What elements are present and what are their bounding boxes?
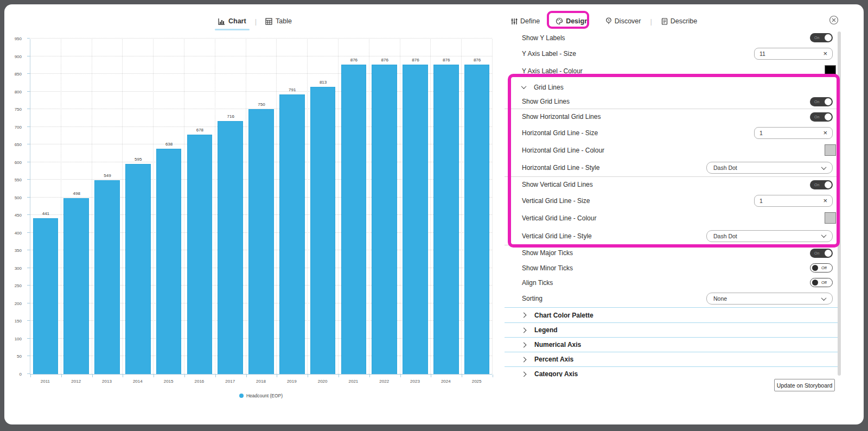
show-minor-ticks-toggle[interactable]: Off — [810, 263, 833, 272]
vertical-grid-line-style-dropdown[interactable]: Dash Dot — [706, 230, 833, 242]
setting-row-show-vertical-grid-lines: Show Vertical Grid Lines On — [505, 177, 840, 192]
sliders-icon — [511, 18, 518, 25]
y-tick-label: 750 — [15, 107, 22, 112]
toggle-knob — [825, 181, 832, 188]
x-tick-label: 2016 — [184, 379, 215, 384]
y-axis-label-colour-swatch[interactable] — [825, 65, 836, 77]
bar-2024[interactable] — [433, 65, 459, 374]
chevron-right-icon — [521, 313, 527, 318]
setting-label: Sorting — [522, 295, 542, 302]
show-grid-lines-toggle[interactable]: On — [810, 97, 833, 106]
toggle-knob — [812, 280, 818, 286]
y-axis-label-size-input[interactable]: 11 × — [754, 48, 833, 60]
y-tick-label: 300 — [15, 266, 22, 271]
tab-describe[interactable]: Describe — [659, 16, 699, 27]
setting-row-vertical-grid-line-style: Vertical Grid Line - Style Dash Dot — [505, 227, 840, 245]
x-tick-label: 2022 — [369, 379, 400, 384]
close-icon[interactable] — [829, 15, 839, 25]
y-axis-tick — [27, 373, 30, 374]
tab-discover[interactable]: Discover — [603, 16, 643, 27]
vertical-gridline — [338, 39, 339, 374]
setting-row-y-axis-label-size: Y Axis Label - Size 11 × — [505, 45, 840, 62]
vertical-grid-line-size-input[interactable]: 1 × — [754, 195, 833, 207]
chevron-down-icon — [821, 232, 827, 238]
update-on-storyboard-button[interactable]: Update on Storyboard — [774, 379, 835, 391]
vertical-gridline — [122, 39, 123, 374]
horizontal-grid-line-colour-swatch[interactable] — [825, 144, 836, 156]
section-category-axis[interactable]: Category Axis — [505, 366, 840, 377]
bar-2018[interactable] — [248, 109, 274, 374]
horizontal-grid-line-style-dropdown[interactable]: Dash Dot — [706, 162, 833, 174]
toggle-state-text: On — [814, 183, 819, 187]
section-label: Category Axis — [534, 370, 578, 377]
x-tick-label: 2024 — [430, 379, 461, 384]
show-y-labels-toggle[interactable]: On — [810, 33, 833, 42]
sorting-dropdown[interactable]: None — [706, 293, 833, 305]
section-label: Numerical Axis — [534, 341, 581, 348]
setting-label: Show Major Ticks — [522, 249, 573, 257]
show-horizontal-grid-lines-toggle[interactable]: On — [810, 112, 833, 122]
section-numerical-axis[interactable]: Numerical Axis — [505, 337, 840, 352]
bar-2017[interactable] — [218, 121, 243, 374]
input-value: 1 — [760, 130, 763, 136]
x-tick-label: 2017 — [215, 379, 246, 384]
bar-2013[interactable] — [94, 180, 120, 374]
input-value: 1 — [760, 198, 763, 204]
grid-lines-section-header[interactable]: Grid Lines — [505, 80, 840, 94]
y-axis-tick — [27, 109, 30, 109]
chevron-right-icon — [521, 327, 527, 333]
clear-icon[interactable]: × — [823, 197, 827, 204]
tab-table[interactable]: Table — [264, 15, 293, 27]
panel-scrollbar[interactable] — [838, 31, 841, 376]
bar-2016[interactable] — [187, 135, 213, 374]
chevron-right-icon — [521, 342, 527, 347]
y-axis-tick — [27, 179, 30, 180]
x-tick-label: 2014 — [122, 379, 153, 384]
x-tick-label: 2011 — [30, 379, 61, 384]
tab-define[interactable]: Define — [509, 16, 542, 27]
x-axis-tick — [184, 375, 185, 377]
tab-separator: | — [650, 17, 652, 26]
tab-chart[interactable]: Chart — [217, 15, 247, 27]
bar-2019[interactable] — [279, 94, 305, 374]
clear-icon[interactable]: × — [823, 129, 827, 136]
x-tick-label: 2023 — [400, 379, 431, 384]
vertical-gridline — [246, 39, 246, 374]
y-tick-label: 500 — [15, 195, 22, 200]
x-axis-tick — [154, 375, 154, 377]
y-axis-tick — [27, 338, 30, 339]
show-major-ticks-toggle[interactable]: On — [810, 249, 833, 258]
bar-2022[interactable] — [372, 65, 397, 374]
y-axis-tick — [27, 162, 30, 162]
show-vertical-grid-lines-toggle[interactable]: On — [810, 180, 833, 189]
section-chart-color-palette[interactable]: Chart Color Palette — [505, 307, 840, 322]
section-percent-axis[interactable]: Percent Axis — [505, 352, 840, 366]
section-header-label: Grid Lines — [534, 84, 564, 91]
bar-2021[interactable] — [341, 65, 367, 374]
bar-value-label: 441 — [30, 211, 61, 216]
bar-2023[interactable] — [403, 65, 428, 374]
chart-legend[interactable]: Headcount (EOP) — [30, 393, 492, 398]
setting-label: Show Y Labels — [522, 34, 565, 42]
bar-2020[interactable] — [310, 87, 336, 374]
horizontal-grid-line-size-input[interactable]: 1 × — [754, 127, 833, 139]
y-axis-tick — [27, 250, 30, 250]
x-axis-tick — [369, 375, 370, 377]
y-tick-label: 900 — [15, 54, 22, 59]
bar-2015[interactable] — [156, 149, 182, 374]
section-legend[interactable]: Legend — [505, 322, 840, 337]
bar-2012[interactable] — [63, 198, 89, 374]
section-label: Legend — [534, 326, 558, 334]
toggle-state-text: Off — [821, 265, 827, 270]
clear-icon[interactable]: × — [823, 50, 827, 57]
toggle-state-text: Off — [821, 280, 827, 285]
horizontal-gridline — [30, 38, 492, 39]
align-ticks-toggle[interactable]: Off — [810, 278, 833, 287]
bar-2011[interactable] — [33, 218, 59, 374]
vertical-grid-line-colour-swatch[interactable] — [825, 212, 836, 224]
bar-2014[interactable] — [125, 164, 151, 374]
setting-label: Horizontal Grid Line - Style — [522, 164, 599, 172]
bar-2025[interactable] — [464, 65, 490, 374]
y-axis-tick — [27, 320, 30, 321]
tab-design[interactable]: Design — [553, 16, 591, 27]
